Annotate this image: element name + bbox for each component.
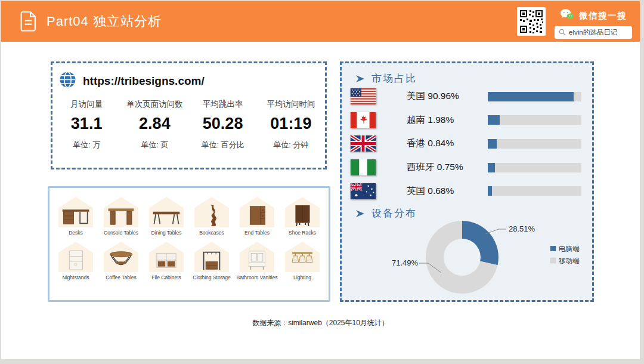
category-label: End Tables xyxy=(244,230,270,236)
category-label: Clothing Storage xyxy=(193,274,230,280)
metric-value: 01:19 xyxy=(257,115,325,133)
category-item: Coffee Tables xyxy=(98,242,144,280)
category-label: Bookcases xyxy=(199,230,224,236)
metric-label: 单次页面访问数 xyxy=(120,99,188,110)
market-row-ng: 西班牙 0.75% xyxy=(342,156,592,180)
market-section-title: 市场占比 xyxy=(355,72,417,85)
metric-label: 平均访问时间 xyxy=(257,99,325,110)
data-source-caption: 数据来源：similarweb（2025年10月统计） xyxy=(1,318,640,328)
search-value: elvin的选品日记 xyxy=(569,28,617,37)
uk-flag-icon xyxy=(350,135,376,152)
wechat-search-label: 微信搜一搜 xyxy=(579,10,627,21)
donut-slice-desktop xyxy=(462,221,499,265)
mobile-share-label: 71.49% xyxy=(392,258,419,267)
metrics-row: 月访问量31.1单位: 万单次页面访问数2.84单位: 页平均跳出率50.28单… xyxy=(52,99,325,150)
furniture-icon xyxy=(242,248,272,272)
wechat-search-block: 微信搜一搜 elvin的选品日记 xyxy=(555,8,632,39)
category-label: Lighting xyxy=(293,274,311,280)
au-flag-icon xyxy=(350,183,376,199)
category-item: Clothing Storage xyxy=(189,242,234,280)
furniture-icon xyxy=(61,248,91,272)
market-bar-fill xyxy=(488,163,496,172)
metric-unit: 单位: 万 xyxy=(52,140,120,150)
category-image xyxy=(240,197,274,227)
arrow-icon xyxy=(355,75,365,83)
market-row-label: 美国 90.96% xyxy=(407,90,488,103)
category-item: Bathroom Vanities xyxy=(234,242,280,280)
category-label: Desks xyxy=(69,230,83,236)
metric-3: 平均访问时间01:19单位: 分钟 xyxy=(257,99,325,150)
category-label: Console Tables xyxy=(104,230,138,236)
search-input[interactable]: elvin的选品日记 xyxy=(555,26,632,39)
market-row-label: 越南 1.98% xyxy=(407,114,488,127)
page-title: Part04 独立站分析 xyxy=(47,1,162,42)
metric-1: 单次页面访问数2.84单位: 页 xyxy=(120,99,188,150)
market-bar-fill xyxy=(488,186,492,196)
furniture-icon xyxy=(197,203,227,227)
site-stats-panel: https://tribesigns.com/ 月访问量31.1单位: 万单次页… xyxy=(51,61,327,169)
market-device-panel: 市场占比 美国 90.96%越南 1.98%香港 0.84%西班牙 0.75%英… xyxy=(340,61,594,302)
category-image xyxy=(285,197,320,227)
metric-value: 50.28 xyxy=(189,115,257,133)
site-url: https://tribesigns.com/ xyxy=(83,75,205,88)
category-label: File Cabinets xyxy=(151,274,181,280)
category-grid: DesksConsole TablesDining TablesBookcase… xyxy=(49,188,329,280)
us-flag-icon xyxy=(350,88,376,104)
category-item: End Tables xyxy=(234,197,280,236)
search-icon xyxy=(559,27,566,38)
market-row-label: 英国 0.68% xyxy=(407,185,488,198)
furniture-icon xyxy=(242,203,272,227)
ng-flag-icon xyxy=(350,159,376,175)
ca-flag-icon xyxy=(350,112,376,128)
metric-unit: 单位: 页 xyxy=(120,140,188,150)
market-bar-fill xyxy=(488,139,497,149)
furniture-icon xyxy=(61,203,91,227)
category-image xyxy=(194,197,229,227)
category-label: Shoe Racks xyxy=(289,230,316,236)
donut-legend: 电脑端 移动端 xyxy=(550,245,580,264)
slide: Part04 独立站分析 微信搜一 xyxy=(1,1,640,359)
category-label: Nightstands xyxy=(63,274,89,280)
furniture-icon xyxy=(151,203,181,227)
qr-code xyxy=(517,7,546,36)
wechat-icon xyxy=(560,8,575,23)
market-row-au: 英国 0.68% xyxy=(342,179,592,203)
device-donut-chart: 28.51% 71.49% 电脑端 移动端 xyxy=(342,215,592,303)
market-bar-track xyxy=(488,139,581,149)
category-item: Nightstands xyxy=(53,242,98,280)
globe-icon xyxy=(59,71,76,91)
furniture-icon xyxy=(287,248,317,272)
category-image xyxy=(104,197,138,227)
category-item: Shoe Racks xyxy=(280,197,325,236)
metric-2: 平均跳出率50.28单位: 百分比 xyxy=(189,99,257,150)
market-bar-fill xyxy=(488,115,500,125)
metric-label: 月访问量 xyxy=(52,99,120,110)
metric-label: 平均跳出率 xyxy=(189,99,257,110)
market-bar-track xyxy=(488,115,581,125)
market-share-list: 美国 90.96%越南 1.98%香港 0.84%西班牙 0.75%英国 0.6… xyxy=(342,85,592,203)
category-image xyxy=(285,242,320,272)
metric-unit: 单位: 百分比 xyxy=(189,140,257,150)
header-bar: Part04 独立站分析 微信搜一 xyxy=(1,1,640,42)
category-image xyxy=(149,197,184,227)
market-bar-fill xyxy=(488,92,574,101)
category-image xyxy=(58,242,93,272)
category-item: Console Tables xyxy=(98,197,144,236)
category-panel: DesksConsole TablesDining TablesBookcase… xyxy=(48,186,330,302)
metric-value: 31.1 xyxy=(52,115,120,133)
metric-unit: 单位: 分钟 xyxy=(257,140,325,150)
category-image xyxy=(58,197,93,227)
category-item: Desks xyxy=(53,197,98,236)
category-item: Lighting xyxy=(280,242,325,280)
category-label: Dining Tables xyxy=(151,230,182,236)
market-title-label: 市场占比 xyxy=(371,72,417,85)
market-bar-track xyxy=(488,92,581,101)
market-row-label: 香港 0.84% xyxy=(407,137,488,150)
market-row-us: 美国 90.96% xyxy=(342,85,592,109)
metric-0: 月访问量31.1单位: 万 xyxy=(52,99,120,150)
category-image xyxy=(149,242,184,272)
furniture-icon xyxy=(197,248,227,272)
market-bar-track xyxy=(488,186,581,196)
legend-label-desktop: 电脑端 xyxy=(559,245,580,252)
legend-swatch-mobile xyxy=(550,258,556,263)
